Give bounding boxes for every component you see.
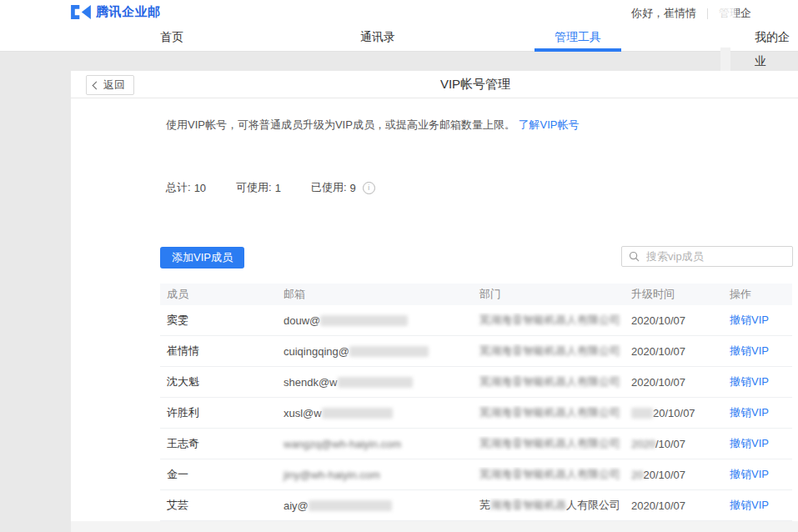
stat-total-value: 10 <box>194 182 206 194</box>
revoke-vip-link[interactable]: 撤销VIP <box>730 314 769 326</box>
column-header: 成员 <box>160 287 279 302</box>
nav-tab[interactable]: 管理工具 <box>555 25 601 51</box>
table-header-row: 成员邮箱部门升级时间操作 <box>160 284 792 305</box>
table-row: 王志奇wangzq@wh-haiyin.com芜湖海音智能机器人有限公司2020… <box>160 429 792 459</box>
table-row: 沈大魁shendk@w芜湖海音智能机器人有限公司2020/10/07撤销VIP <box>160 367 792 398</box>
cell-text: 湖海音智能机器 <box>490 499 566 511</box>
table-body: 窦雯douw@芜湖海音智能机器人有限公司2020/10/07撤销VIP崔情情cu… <box>160 305 792 521</box>
action-cell: 撤销VIP <box>725 436 792 451</box>
add-vip-button[interactable]: 添加VIP成员 <box>160 247 244 269</box>
card-header: 返回 VIP帐号管理 <box>71 71 798 98</box>
stat-available-label: 可使用: <box>236 180 272 195</box>
member-name-cell: 金一 <box>160 467 279 482</box>
member-name-cell: 窦雯 <box>160 313 279 328</box>
department-cell: 芜湖海音智能机器人有限公司 <box>474 436 626 451</box>
vip-table: 成员邮箱部门升级时间操作 窦雯douw@芜湖海音智能机器人有限公司2020/10… <box>160 284 792 521</box>
topbar: 腾讯企业邮 你好，崔情情 管理企 <box>0 0 798 25</box>
cell-text: cuiqingqing@ <box>284 345 349 358</box>
page-description: 使用VIP帐号，可将普通成员升级为VIP成员，或提高业务邮箱数量上限。 了解VI… <box>166 118 580 133</box>
revoke-vip-link[interactable]: 撤销VIP <box>730 406 769 419</box>
column-header: 邮箱 <box>279 287 474 302</box>
redacted-blur <box>631 408 653 419</box>
revoke-vip-link[interactable]: 撤销VIP <box>730 437 769 449</box>
column-header: 升级时间 <box>626 287 725 302</box>
nav-tab[interactable]: 首页 <box>160 25 183 51</box>
redacted-blur <box>322 408 393 419</box>
redacted-blur <box>309 500 392 511</box>
cell-text: 芜湖海音智能机器人有限公司 <box>479 437 620 449</box>
member-name-cell: 王志奇 <box>160 436 279 451</box>
cell-text: 芜湖海音智能机器人有限公司 <box>479 406 620 419</box>
cell-text: 芜湖海音智能机器人有限公司 <box>479 375 620 388</box>
stat-total-label: 总计: <box>166 180 191 195</box>
revoke-vip-link[interactable]: 撤销VIP <box>730 375 769 388</box>
department-cell: 芜湖海音智能机器人有限公司 <box>474 313 626 328</box>
redacted-blur <box>320 315 408 326</box>
cell-text: jiny@wh-haiyin.com <box>284 469 380 481</box>
cell-text: wangzq@wh-haiyin.com <box>284 438 401 450</box>
learn-vip-link[interactable]: 了解VIP帐号 <box>519 118 580 131</box>
logo[interactable]: 腾讯企业邮 <box>71 4 161 20</box>
navbar: 首页通讯录管理工具我的企业 <box>0 25 798 52</box>
table-row: 窦雯douw@芜湖海音智能机器人有限公司2020/10/07撤销VIP <box>160 305 792 336</box>
member-name-cell: 许胜利 <box>160 405 279 420</box>
action-cell: 撤销VIP <box>725 498 792 513</box>
revoke-vip-link[interactable]: 撤销VIP <box>730 344 769 357</box>
stat-available: 可使用: 1 <box>236 180 281 195</box>
redaction-smudge <box>714 3 735 19</box>
description-text: 使用VIP帐号，可将普通成员升级为VIP成员，或提高业务邮箱数量上限。 <box>166 118 515 131</box>
cell-text: 芜湖海音智能机器人有限公司 <box>479 344 620 357</box>
upgrade-time-cell: 2020/10/07 <box>626 314 725 327</box>
cell-text: 芜 <box>479 499 490 511</box>
member-name-cell: 沈大魁 <box>160 374 279 389</box>
upgrade-time-cell: 2020/10/07 <box>626 345 725 358</box>
revoke-vip-link[interactable]: 撤销VIP <box>730 499 769 511</box>
cell-text: aiy@ <box>284 499 309 512</box>
stat-used: 已使用: 9 i <box>311 180 375 195</box>
stat-used-value: 9 <box>350 182 356 194</box>
cell-text: /10/07 <box>655 438 685 450</box>
email-cell: cuiqingqing@ <box>279 345 474 358</box>
action-cell: 撤销VIP <box>725 313 792 328</box>
upgrade-time-cell: 2020/10/07 <box>626 438 725 450</box>
email-cell: aiy@ <box>279 499 474 512</box>
cell-text: 20 <box>631 469 643 481</box>
search-box[interactable] <box>621 246 793 267</box>
revoke-vip-link[interactable]: 撤销VIP <box>730 468 769 480</box>
department-cell: 芜湖海音智能机器人有限公司 <box>474 467 626 482</box>
action-cell: 撤销VIP <box>725 344 792 359</box>
cell-text: 芜湖海音智能机器人有限公司 <box>479 468 620 480</box>
cell-text: 20/10/07 <box>643 469 685 481</box>
exmail-logo-icon <box>71 5 91 19</box>
cell-text: xusl@w <box>284 407 322 419</box>
search-input[interactable] <box>645 249 785 263</box>
cell-text: 2020/10/07 <box>631 499 685 512</box>
cell-text: 芜湖海音智能机器人有限公司 <box>479 314 620 326</box>
table-row: 许胜利xusl@w芜湖海音智能机器人有限公司20/10/07撤销VIP <box>160 398 792 429</box>
action-cell: 撤销VIP <box>725 405 792 420</box>
topbar-divider <box>707 8 708 19</box>
upgrade-time-cell: 2020/10/07 <box>626 469 725 481</box>
member-name-cell: 崔情情 <box>160 344 279 359</box>
bottom-strip <box>71 521 798 532</box>
nav-tab[interactable]: 通讯录 <box>360 25 395 51</box>
nav-tab[interactable]: 我的企业 <box>755 25 798 51</box>
info-icon[interactable]: i <box>363 182 375 194</box>
email-cell: xusl@w <box>279 407 474 419</box>
action-cell: 撤销VIP <box>725 374 792 389</box>
stat-total: 总计: 10 <box>166 180 206 195</box>
column-header: 部门 <box>474 287 626 302</box>
redacted-blur <box>349 346 429 357</box>
department-cell: 芜湖海音智能机器人有限公司 <box>474 344 626 359</box>
search-icon <box>629 251 640 262</box>
table-row: 艾芸aiy@芜湖海音智能机器人有限公司2020/10/07撤销VIP <box>160 490 792 521</box>
column-header: 操作 <box>725 287 792 302</box>
cell-text: douw@ <box>284 314 320 327</box>
department-cell: 芜湖海音智能机器人有限公司 <box>474 498 626 513</box>
greeting-text: 你好，崔情情 <box>631 6 696 21</box>
stats-row: 总计: 10 可使用: 1 已使用: 9 i <box>166 180 375 195</box>
stat-used-label: 已使用: <box>311 180 347 195</box>
page-title: VIP帐号管理 <box>71 71 798 98</box>
cell-text: 2020/10/07 <box>631 345 685 358</box>
department-cell: 芜湖海音智能机器人有限公司 <box>474 405 626 420</box>
